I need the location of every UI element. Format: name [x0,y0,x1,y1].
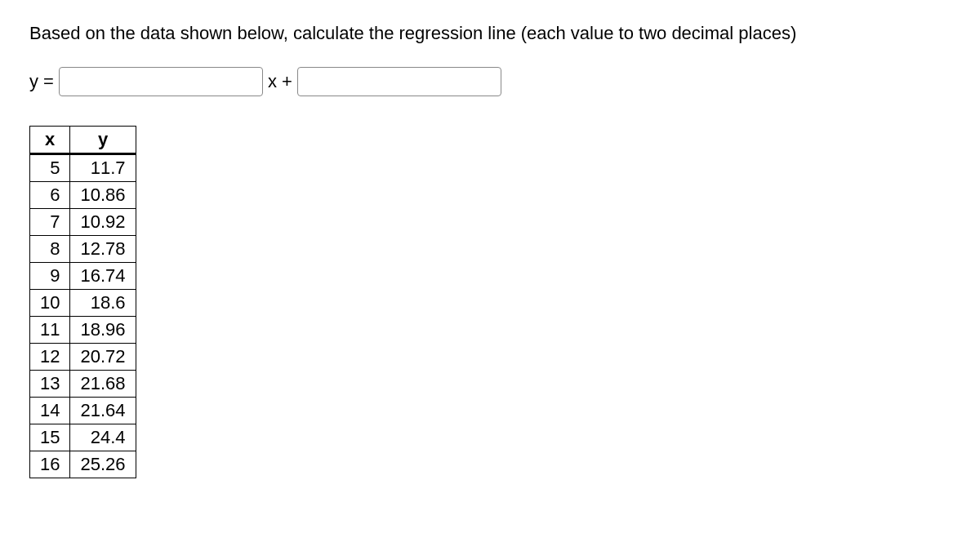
table-row: 1118.96 [30,317,136,344]
x-plus-label: x + [268,71,292,92]
table-cell-x: 14 [30,398,70,424]
table-row: 610.86 [30,182,136,209]
table-cell-x: 7 [30,209,70,236]
table-row: 1220.72 [30,344,136,371]
table-cell-x: 15 [30,424,70,451]
table-cell-y: 12.78 [70,236,136,263]
table-cell-y: 10.86 [70,182,136,209]
table-cell-y: 11.7 [70,154,136,182]
question-text: Based on the data shown below, calculate… [29,23,951,44]
y-equals-label: y = [29,71,54,92]
slope-input[interactable] [59,67,263,96]
table-row: 1524.4 [30,424,136,451]
table-row: 1625.26 [30,451,136,478]
table-row: 710.92 [30,209,136,236]
table-cell-x: 8 [30,236,70,263]
table-row: 1321.68 [30,371,136,398]
table-header-x: x [30,127,70,154]
table-cell-x: 10 [30,290,70,317]
table-cell-y: 10.92 [70,209,136,236]
intercept-input[interactable] [297,67,501,96]
table-cell-y: 20.72 [70,344,136,371]
table-cell-y: 21.68 [70,371,136,398]
data-table: x y 511.7610.86710.92812.78916.741018.61… [29,126,136,478]
table-row: 916.74 [30,263,136,290]
table-cell-x: 9 [30,263,70,290]
table-cell-y: 18.6 [70,290,136,317]
table-cell-x: 16 [30,451,70,478]
table-row: 812.78 [30,236,136,263]
table-row: 511.7 [30,154,136,182]
table-cell-x: 12 [30,344,70,371]
equation-row: y = x + [29,67,951,96]
table-cell-x: 6 [30,182,70,209]
table-cell-y: 25.26 [70,451,136,478]
table-cell-y: 21.64 [70,398,136,424]
table-cell-x: 13 [30,371,70,398]
table-cell-y: 18.96 [70,317,136,344]
table-row: 1421.64 [30,398,136,424]
table-cell-y: 16.74 [70,263,136,290]
table-row: 1018.6 [30,290,136,317]
table-cell-x: 5 [30,154,70,182]
table-cell-y: 24.4 [70,424,136,451]
table-cell-x: 11 [30,317,70,344]
table-header-y: y [70,127,136,154]
